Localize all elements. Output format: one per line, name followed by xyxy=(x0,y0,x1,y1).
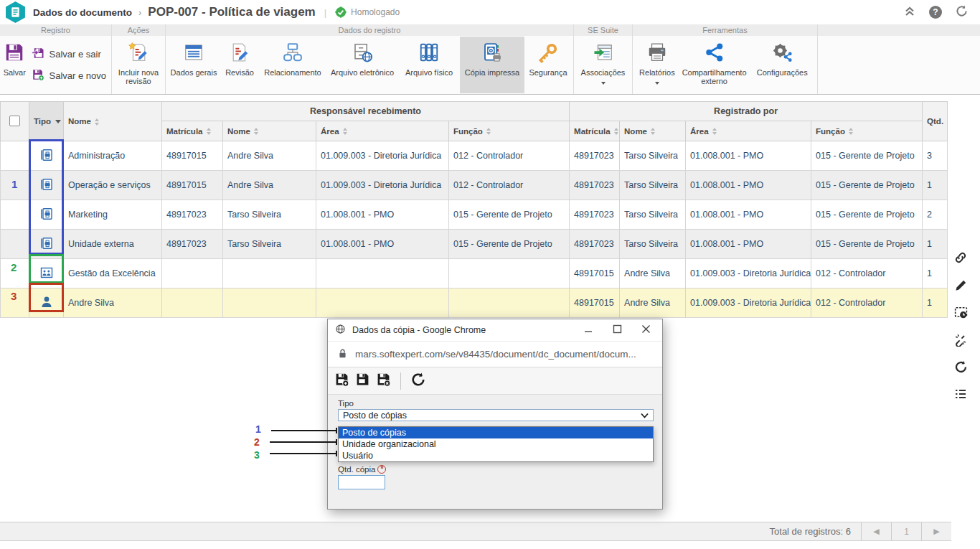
pencil-icon[interactable] xyxy=(953,277,969,293)
save-exit-button[interactable]: Salvar e sair xyxy=(28,44,110,65)
ribbon-group-ferramentas: Ferramentas Relatórios Compartilhamento … xyxy=(633,24,818,94)
external-share-button[interactable]: Compartilhamento externo xyxy=(680,37,749,93)
page-title: POP-007 - Política de viagem xyxy=(148,5,315,19)
relationship-icon xyxy=(282,42,303,65)
popup-address-bar[interactable]: mars.softexpert.com/se/v84435/document/d… xyxy=(328,341,662,367)
required-icon xyxy=(377,465,386,474)
qtd-copia-label: Qtd. cópia xyxy=(338,465,386,474)
maximize-icon[interactable] xyxy=(613,324,622,337)
annotation-number-1: 1 xyxy=(11,178,17,190)
col-header-nome[interactable]: Nome xyxy=(64,102,162,141)
lock-icon xyxy=(338,348,347,361)
next-page-button[interactable]: ▶ xyxy=(921,522,951,540)
physical-file-button[interactable]: Arquivo físico xyxy=(398,37,460,93)
col-header-reg-funcao[interactable]: Função xyxy=(811,121,923,141)
associations-button[interactable]: Associações xyxy=(575,37,631,93)
new-revision-icon xyxy=(128,42,149,65)
table-row[interactable]: Marketing 48917023 Tarso Silveira 01.008… xyxy=(1,200,948,230)
copy-station-icon xyxy=(39,154,54,164)
col-header-tipo[interactable]: Tipo xyxy=(29,102,64,141)
col-header-resp-area[interactable]: Área xyxy=(316,121,449,141)
document-schedule-icon[interactable] xyxy=(953,304,969,320)
col-header-reg-matricula[interactable]: Matrícula xyxy=(570,121,620,141)
group-label: SE Suite xyxy=(574,24,632,36)
annotation-number-3: 3 xyxy=(11,290,17,302)
select-all-cell xyxy=(1,102,29,141)
physical-file-label: Arquivo físico xyxy=(405,68,453,77)
refresh-icon[interactable] xyxy=(955,4,969,21)
electronic-file-button[interactable]: Arquivo eletrônico xyxy=(326,37,398,93)
table-row[interactable]: Operação e serviços 48917015 Andre Silva… xyxy=(1,171,948,200)
breadcrumb[interactable]: Dados do documento xyxy=(33,7,132,18)
pagination: ◀ 1 ▶ xyxy=(861,522,951,540)
user-icon xyxy=(39,301,54,311)
save-plain-icon[interactable] xyxy=(355,372,370,390)
printed-copy-button[interactable]: Cópia impressa xyxy=(460,37,524,93)
external-share-label: Compartilhamento externo xyxy=(680,68,749,85)
col-header-resp-nome[interactable]: Nome xyxy=(223,121,316,141)
close-icon[interactable] xyxy=(641,324,651,337)
security-button[interactable]: Segurança xyxy=(524,37,572,93)
sort-icon xyxy=(95,118,99,126)
dropdown-option-posto[interactable]: Posto de cópias xyxy=(339,427,653,438)
save-add-icon[interactable] xyxy=(334,372,349,390)
popup-url: mars.softexpert.com/se/v84435/document/d… xyxy=(355,349,636,360)
reports-button[interactable]: Relatórios xyxy=(634,37,680,93)
popup-title-bar[interactable]: Dados da cópia - Google Chrome xyxy=(328,319,662,341)
col-header-resp-funcao[interactable]: Função xyxy=(449,121,570,141)
save-new-button[interactable]: Salvar e novo xyxy=(28,66,110,86)
tipo-select[interactable]: Posto de cópias xyxy=(338,409,654,421)
help-icon[interactable]: ? xyxy=(929,6,942,19)
save-delete-icon[interactable] xyxy=(376,372,391,390)
revision-button[interactable]: Revisão xyxy=(220,37,259,93)
select-all-checkbox[interactable] xyxy=(9,116,20,126)
security-label: Segurança xyxy=(529,68,567,77)
col-header-resp-matricula[interactable]: Matrícula xyxy=(162,121,223,141)
save-new-label: Salvar e novo xyxy=(50,70,107,81)
qtd-copia-input[interactable] xyxy=(338,475,385,489)
col-header-reg-nome[interactable]: Nome xyxy=(620,121,686,141)
list-icon[interactable] xyxy=(953,386,969,402)
associations-icon xyxy=(593,42,614,65)
unlink-icon[interactable] xyxy=(953,332,969,347)
tipo-label: Tipo xyxy=(338,399,354,408)
table-row[interactable]: Andre Silva 48917015 Andre Silva 01.009.… xyxy=(1,288,948,318)
annotation-line-3 xyxy=(270,453,337,454)
settings-button[interactable]: Configurações xyxy=(748,37,816,93)
chevron-down-icon xyxy=(601,82,606,85)
dropdown-option-unidade[interactable]: Unidade organizacional xyxy=(339,438,653,450)
prev-page-button[interactable]: ◀ xyxy=(861,522,891,540)
total-records: Total de registros: 6 xyxy=(770,526,861,537)
status-badge: Homologado xyxy=(335,6,400,18)
relationship-button[interactable]: Relacionamento xyxy=(259,37,326,93)
col-header-reg-area[interactable]: Área xyxy=(686,121,811,141)
electronic-file-label: Arquivo eletrônico xyxy=(331,68,394,77)
general-data-button[interactable]: Dados gerais xyxy=(167,37,220,93)
minimize-icon[interactable] xyxy=(584,324,593,337)
save-exit-icon xyxy=(32,47,44,62)
save-label: Salvar xyxy=(4,68,26,77)
save-button[interactable]: Salvar xyxy=(1,37,28,93)
table-row[interactable]: Gestão da Excelência 48917015 Andre Silv… xyxy=(1,259,948,288)
dropdown-annotation-2: 2 xyxy=(254,436,260,448)
reload-icon[interactable] xyxy=(953,359,969,375)
collapse-icon[interactable] xyxy=(903,5,916,19)
side-toolbar xyxy=(950,247,971,405)
ribbon-filler xyxy=(818,24,980,94)
relationship-label: Relacionamento xyxy=(264,68,321,77)
popup-refresh-icon[interactable] xyxy=(410,372,426,390)
revision-icon xyxy=(229,42,250,65)
reports-label: Relatórios xyxy=(639,68,675,77)
sort-desc-icon xyxy=(55,120,61,123)
annotation-line-2 xyxy=(270,441,337,443)
table-row[interactable]: Unidade externa 48917023 Tarso Silveira … xyxy=(1,230,948,259)
dropdown-option-usuario[interactable]: Usuário xyxy=(339,450,653,461)
new-revision-button[interactable]: Incluir nova revisão xyxy=(113,37,164,93)
settings-gear-icon xyxy=(771,42,793,65)
top-right-icons: ? xyxy=(903,4,969,21)
col-header-qtd[interactable]: Qtd. xyxy=(923,102,948,141)
link-icon[interactable] xyxy=(953,250,969,266)
tipo-dropdown-list: Posto de cópias Unidade organizacional U… xyxy=(338,426,654,462)
table-row[interactable]: Administração 48917015 Andre Silva 01.00… xyxy=(1,141,948,171)
current-page[interactable]: 1 xyxy=(891,522,921,540)
